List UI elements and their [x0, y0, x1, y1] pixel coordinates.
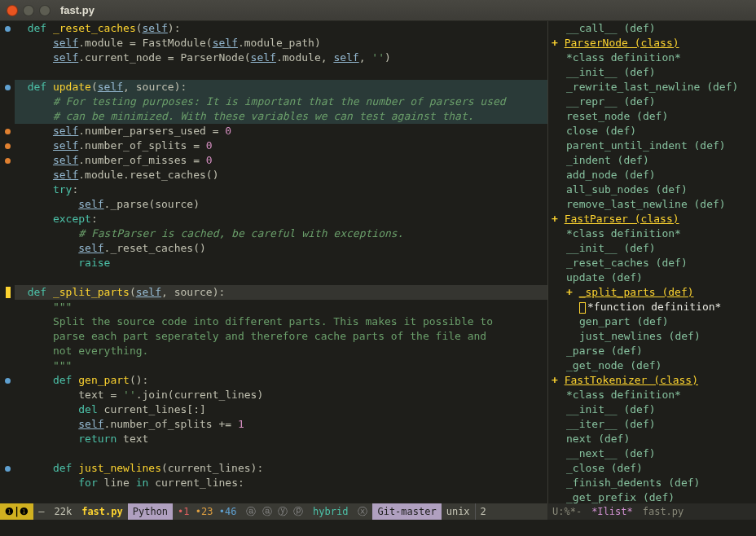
outline-item[interactable]: __iter__ (def) — [548, 417, 756, 432]
modeline-pos: 2 — [475, 503, 491, 520]
editor-column: def _reset_caches(self): self.module = F… — [0, 21, 547, 520]
code-line[interactable]: def _split_parts(self, source): — [15, 285, 547, 300]
close-button[interactable] — [7, 5, 18, 16]
outline-item[interactable]: update (def) — [548, 270, 756, 285]
code-line[interactable]: self.number_of_misses = 0 — [15, 153, 547, 168]
gutter-dot-icon — [5, 26, 11, 32]
outline-label: _get_node (def) — [566, 359, 662, 371]
outline-item[interactable]: gen_part (def) — [548, 314, 756, 329]
outline-item[interactable]: __init__ (def) — [548, 65, 756, 80]
code-line[interactable]: def _reset_caches(self): — [15, 21, 547, 36]
outline-item[interactable]: + FastTokenizer (class) — [548, 373, 756, 388]
code-line[interactable]: """ — [15, 358, 547, 373]
outline-item[interactable]: *class definition* — [548, 388, 756, 402]
outline-list[interactable]: __call__ (def)+ ParserNode (class)*class… — [548, 21, 756, 503]
outline-item[interactable]: __next__ (def) — [548, 446, 756, 461]
code-line[interactable]: self.current_node = ParserNode(self.modu… — [15, 51, 547, 65]
outline-item[interactable]: + ParserNode (class) — [548, 36, 756, 51]
expand-plus-icon[interactable]: + — [552, 37, 565, 49]
code-line[interactable]: def update(self, source): — [15, 80, 547, 94]
outline-item[interactable]: next (def) — [548, 432, 756, 446]
maximize-button[interactable] — [39, 5, 51, 16]
fringe-row — [0, 94, 15, 109]
outline-item[interactable]: + FastParser (class) — [548, 212, 756, 226]
code-line[interactable] — [15, 270, 547, 285]
code-line[interactable]: self.number_of_splits = 0 — [15, 138, 547, 153]
outline-item[interactable]: _get_prefix (def) — [548, 490, 756, 503]
expand-plus-icon[interactable]: + — [566, 286, 579, 298]
outline-label: __init__ (def) — [566, 242, 656, 254]
code-line[interactable]: raise — [15, 256, 547, 270]
outline-item[interactable]: _reset_caches (def) — [548, 256, 756, 270]
fringe-row — [0, 109, 15, 124]
code-line[interactable]: self.number_parsers_used = 0 — [15, 124, 547, 138]
fringe-row — [0, 197, 15, 212]
outline-item[interactable]: remove_last_newline (def) — [548, 197, 756, 212]
outline-item[interactable]: + _split_parts (def) — [548, 285, 756, 300]
gutter-dot-icon — [5, 129, 11, 134]
outline-item[interactable]: _parse (def) — [548, 344, 756, 358]
outline-label: _rewrite_last_newline (def) — [566, 81, 738, 93]
code-line[interactable]: self.number_of_splits += 1 — [15, 417, 547, 432]
code-line[interactable]: # FastParser is cached, be careful with … — [15, 226, 547, 241]
outline-item[interactable]: _indent (def) — [548, 153, 756, 168]
code-line[interactable]: except: — [15, 212, 547, 226]
outline-modeline: U:%*- *Ilist* fast.py — [547, 503, 756, 520]
outline-item[interactable]: __repr__ (def) — [548, 94, 756, 109]
outline-modeline-left: U:%*- — [547, 503, 587, 520]
gutter-dot-icon — [5, 466, 11, 472]
outline-item[interactable]: parent_until_indent (def) — [548, 138, 756, 153]
outline-item[interactable]: __init__ (def) — [548, 241, 756, 256]
outline-label: *class definition* — [566, 389, 681, 401]
outline-column: __call__ (def)+ ParserNode (class)*class… — [547, 21, 756, 520]
fringe-row — [0, 300, 15, 314]
outline-item[interactable]: _get_node (def) — [548, 358, 756, 373]
outline-panel[interactable]: __call__ (def)+ ParserNode (class)*class… — [547, 21, 756, 503]
outline-item[interactable]: *class definition* — [548, 51, 756, 65]
code-line[interactable]: def just_newlines(current_lines): — [15, 461, 547, 476]
code-line[interactable] — [15, 65, 547, 80]
outline-item[interactable]: _close (def) — [548, 461, 756, 476]
modeline-filename: fast.py — [77, 503, 128, 520]
outline-label: _parse (def) — [566, 345, 643, 357]
outline-item[interactable]: __call__ (def) — [548, 21, 756, 36]
outline-item[interactable]: close (def) — [548, 124, 756, 138]
code-line[interactable]: # can be minimized. With these variables… — [15, 109, 547, 124]
code-line[interactable]: # For testing purposes: It is important … — [15, 94, 547, 109]
code-line[interactable]: not everything. — [15, 344, 547, 358]
fringe-row — [0, 285, 15, 300]
outline-item[interactable]: just_newlines (def) — [548, 329, 756, 344]
outline-item[interactable]: *class definition* — [548, 226, 756, 241]
code-line[interactable] — [15, 446, 547, 461]
code-line[interactable]: text = ''.join(current_lines) — [15, 388, 547, 402]
code-line[interactable]: try: — [15, 182, 547, 197]
code-line[interactable]: return text — [15, 432, 547, 446]
outline-item[interactable]: _finish_dedents (def) — [548, 476, 756, 490]
minimize-button[interactable] — [23, 5, 34, 16]
outline-label: next (def) — [566, 433, 630, 445]
outline-item[interactable]: __init__ (def) — [548, 402, 756, 417]
code-line[interactable]: self.module = FastModule(self.module_pat… — [15, 36, 547, 51]
outline-label: update (def) — [566, 271, 643, 283]
code-editor[interactable]: def _reset_caches(self): self.module = F… — [0, 21, 547, 503]
expand-plus-icon[interactable]: + — [552, 374, 565, 386]
code-line[interactable]: self._reset_caches() — [15, 241, 547, 256]
outline-item[interactable]: reset_node (def) — [548, 109, 756, 124]
modeline-x: ⓧ — [353, 503, 372, 520]
expand-plus-icon[interactable]: + — [552, 213, 565, 225]
code-area[interactable]: def _reset_caches(self): self.module = F… — [15, 21, 547, 503]
outline-item[interactable]: _rewrite_last_newline (def) — [548, 80, 756, 94]
code-line[interactable]: """ — [15, 300, 547, 314]
code-line[interactable]: self._parse(source) — [15, 197, 547, 212]
code-line[interactable]: parse each part seperately and therefore… — [15, 329, 547, 344]
outline-item[interactable]: *function definition* — [548, 300, 756, 314]
code-line[interactable]: Split the source code into different par… — [15, 314, 547, 329]
code-line[interactable]: del current_lines[:] — [15, 402, 547, 417]
code-line[interactable]: self.module.reset_caches() — [15, 168, 547, 182]
code-line[interactable]: def gen_part(): — [15, 373, 547, 388]
code-line[interactable]: for line in current_lines: — [15, 476, 547, 490]
window-titlebar: fast.py — [0, 0, 756, 21]
outline-label: all_sub_nodes (def) — [566, 183, 688, 196]
outline-item[interactable]: add_node (def) — [548, 168, 756, 182]
outline-item[interactable]: all_sub_nodes (def) — [548, 182, 756, 197]
